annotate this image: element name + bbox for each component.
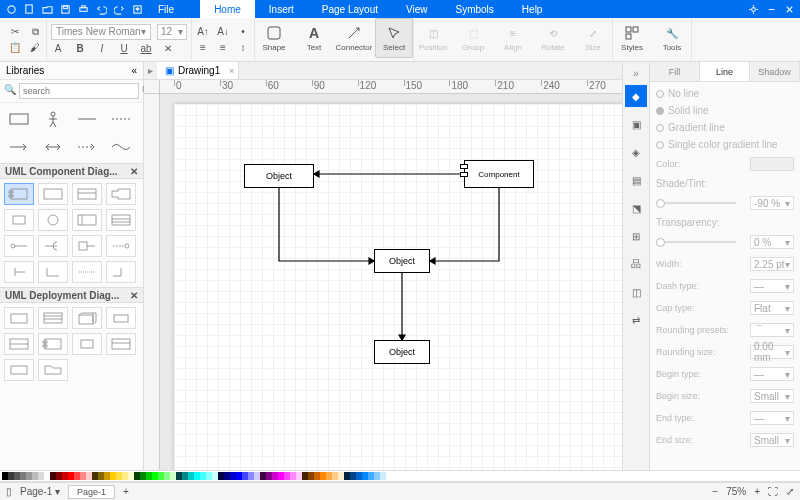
search-icon[interactable]: 🔍 (4, 84, 16, 98)
comp-shape-10[interactable] (38, 235, 68, 257)
tab-symbols[interactable]: Symbols (442, 0, 508, 18)
width-value[interactable]: 2.25 pt▾ (750, 257, 794, 271)
comp-shape-12[interactable] (106, 235, 136, 257)
esize-value[interactable]: Small▾ (750, 433, 794, 447)
color-strip[interactable] (0, 470, 800, 482)
italic-icon[interactable]: I (95, 42, 109, 56)
line-solid[interactable]: Solid line (656, 105, 794, 116)
font-size[interactable]: 12▾ (157, 24, 187, 40)
dep-shape-9[interactable] (4, 359, 34, 381)
font-select[interactable]: Times New Roman▾ (51, 24, 151, 40)
comp-shape-16[interactable] (106, 261, 136, 283)
tab-page-layout[interactable]: Page Layout (308, 0, 392, 18)
rt-arrange-icon[interactable]: 品 (625, 253, 647, 275)
dep-shape-1[interactable] (4, 307, 34, 329)
shade-slider[interactable] (656, 202, 736, 204)
add-page-icon[interactable]: + (123, 486, 129, 497)
comp-shape-1[interactable] (4, 183, 34, 205)
cap-value[interactable]: Flat▾ (750, 301, 794, 315)
expand-right-icon[interactable]: » (633, 68, 639, 79)
rp-tab-fill[interactable]: Fill (650, 62, 700, 81)
color-swatch[interactable] (750, 157, 794, 171)
collapse-left-icon[interactable]: ▸ (144, 65, 157, 76)
shape-tool[interactable]: Shape (255, 18, 293, 58)
undo-icon[interactable] (94, 2, 108, 16)
comp-shape-6[interactable] (38, 209, 68, 231)
rt-layers-icon[interactable]: ◈ (625, 141, 647, 163)
rt-image-icon[interactable]: ▣ (625, 113, 647, 135)
rt-chart-icon[interactable]: ⬔ (625, 197, 647, 219)
print-icon[interactable] (76, 2, 90, 16)
new-icon[interactable] (22, 2, 36, 16)
diagram-box-component[interactable]: Component (464, 160, 534, 188)
fit-page-icon[interactable]: ⛶ (768, 486, 778, 497)
tab-insert[interactable]: Insert (255, 0, 308, 18)
diagram-box-obj1[interactable]: Object (244, 164, 314, 188)
line-noline[interactable]: No line (656, 88, 794, 99)
comp-shape-13[interactable] (4, 261, 34, 283)
minimize-icon[interactable] (764, 2, 778, 16)
dep-shape-5[interactable] (4, 333, 34, 355)
bsize-value[interactable]: Small▾ (750, 389, 794, 403)
rt-data-icon[interactable]: ⊞ (625, 225, 647, 247)
font-color-icon[interactable]: A (51, 42, 65, 56)
tools-tool[interactable]: 🔧Tools (653, 18, 691, 58)
btype-value[interactable]: —▾ (750, 367, 794, 381)
comp-shape-14[interactable] (38, 261, 68, 283)
shape-rect[interactable] (4, 107, 34, 131)
zoom-in-icon[interactable]: + (754, 486, 760, 497)
save-icon[interactable] (58, 2, 72, 16)
rt-fill-icon[interactable]: ◆ (625, 85, 647, 107)
fullscreen-icon[interactable]: ⤢ (786, 486, 794, 497)
dash-value[interactable]: —▾ (750, 279, 794, 293)
export-icon[interactable] (130, 2, 144, 16)
trans-value[interactable]: 0 %▾ (750, 235, 794, 249)
trans-slider[interactable] (656, 241, 736, 243)
rt-theme-icon[interactable]: ◫ (625, 281, 647, 303)
comp-shape-2[interactable] (38, 183, 68, 205)
bullets-icon[interactable]: • (236, 25, 250, 39)
paste-icon[interactable]: 📋 (8, 41, 22, 55)
rt-more-icon[interactable]: ⇄ (625, 309, 647, 331)
increase-font-icon[interactable]: A↑ (196, 25, 210, 39)
shape-dash[interactable] (106, 107, 136, 131)
comp-shape-9[interactable] (4, 235, 34, 257)
page-indicator-icon[interactable]: ▯ (6, 486, 12, 497)
shape-arrow[interactable] (4, 135, 34, 159)
bold-icon[interactable]: B (73, 42, 87, 56)
shape-actor[interactable] (38, 107, 68, 131)
tab-help[interactable]: Help (508, 0, 557, 18)
line-spacing-icon[interactable]: ↕ (236, 41, 250, 55)
open-icon[interactable] (40, 2, 54, 16)
rp-tab-shadow[interactable]: Shadow (750, 62, 800, 81)
roundp-value[interactable]: ⌒▾ (750, 323, 794, 337)
dep-shape-7[interactable] (72, 333, 102, 355)
underline-icon[interactable]: U (117, 42, 131, 56)
comp-shape-3[interactable] (72, 183, 102, 205)
clear-format-icon[interactable]: ✕ (161, 42, 175, 56)
file-menu[interactable]: File (148, 4, 184, 15)
search-input[interactable] (19, 83, 139, 99)
comp-shape-11[interactable] (72, 235, 102, 257)
comp-shape-7[interactable] (72, 209, 102, 231)
copy-icon[interactable]: ⧉ (28, 25, 42, 39)
rounds-value[interactable]: 0.00 mm▾ (750, 345, 794, 359)
connector-tool[interactable]: Connector (335, 18, 373, 58)
styles-tool[interactable]: Styles (613, 18, 651, 58)
dep-shape-6[interactable] (38, 333, 68, 355)
comp-shape-15[interactable] (72, 261, 102, 283)
shade-value[interactable]: -90 %▾ (750, 196, 794, 210)
line-gradient[interactable]: Gradient line (656, 122, 794, 133)
select-tool[interactable]: Select (375, 18, 413, 58)
close-icon[interactable] (782, 2, 796, 16)
align-left-icon[interactable]: ≡ (196, 41, 210, 55)
highlight-icon[interactable]: ab (139, 42, 153, 56)
shape-biarrow[interactable] (38, 135, 68, 159)
collapse-panel-icon[interactable]: « (131, 65, 137, 76)
dep-shape-10[interactable] (38, 359, 68, 381)
format-painter-icon[interactable]: 🖌 (28, 41, 42, 55)
rt-page-icon[interactable]: ▤ (625, 169, 647, 191)
app-icon[interactable] (4, 2, 18, 16)
line-singlegrad[interactable]: Single color gradient line (656, 139, 794, 150)
diagram-box-obj2[interactable]: Object (374, 249, 430, 273)
